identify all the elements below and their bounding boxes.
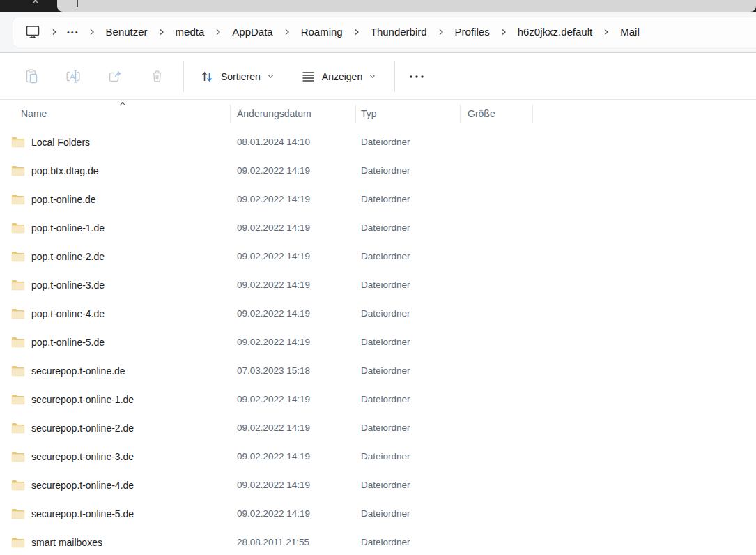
file-row[interactable]: pop.btx.dtag.de 09.02.2022 14:19 Dateior… — [0, 156, 756, 185]
folder-icon — [11, 394, 25, 405]
list-header: Name Änderungsdatum Typ Größe — [0, 100, 756, 128]
column-header-date[interactable]: Änderungsdatum — [230, 100, 355, 128]
share-button[interactable] — [100, 61, 130, 92]
folder-icon — [11, 423, 25, 434]
active-tab[interactable] — [57, 0, 756, 12]
file-date: 09.02.2022 14:19 — [237, 480, 310, 490]
file-list: Local Folders 08.01.2024 14:10 Dateiordn… — [0, 128, 756, 555]
view-button-label: Anzeigen — [322, 71, 362, 82]
file-date: 09.02.2022 14:19 — [237, 423, 310, 433]
column-header-name[interactable]: Name — [0, 100, 230, 128]
file-date: 28.08.2011 21:55 — [237, 537, 309, 547]
file-date: 09.02.2022 14:19 — [237, 165, 310, 176]
breadcrumb-item[interactable]: Thunderbird — [363, 22, 435, 43]
file-name: securepop.t-online-2.de — [31, 423, 134, 434]
file-date: 09.02.2022 14:19 — [237, 194, 310, 204]
breadcrumb-item[interactable]: Benutzer — [98, 22, 155, 43]
breadcrumb-item[interactable]: Mail — [612, 22, 647, 43]
chevron-right-icon — [602, 28, 610, 36]
breadcrumb-item[interactable]: medta — [168, 22, 213, 43]
file-name: smart mailboxes — [31, 537, 102, 548]
chevron-right-icon — [283, 28, 291, 36]
chevron-right-icon — [500, 28, 508, 36]
file-row[interactable]: securepop.t-online-3.de 09.02.2022 14:19… — [0, 442, 756, 471]
file-date: 09.02.2022 14:19 — [237, 280, 310, 290]
file-row[interactable]: securepop.t-online-4.de 09.02.2022 14:19… — [0, 471, 756, 499]
folder-icon — [11, 194, 25, 205]
folder-icon — [11, 280, 25, 291]
paste-button[interactable] — [16, 61, 47, 92]
folder-icon — [11, 222, 25, 234]
file-row[interactable]: securepop.t-online-5.de 09.02.2022 14:19… — [0, 499, 756, 528]
file-type: Dateiordner — [361, 280, 410, 290]
file-row[interactable]: pop.t-online.de 09.02.2022 14:19 Dateior… — [0, 185, 756, 213]
this-pc-button[interactable] — [24, 24, 48, 40]
file-name: Local Folders — [31, 137, 90, 148]
file-type: Dateiordner — [361, 337, 410, 347]
column-header-label: Größe — [468, 108, 495, 119]
folder-icon — [11, 251, 25, 262]
file-name: pop.btx.dtag.de — [31, 165, 99, 176]
folder-icon — [11, 537, 25, 548]
file-name: pop.t-online-4.de — [31, 308, 105, 319]
folder-icon — [11, 480, 25, 491]
folder-icon — [11, 337, 25, 348]
folder-icon — [11, 308, 25, 319]
file-date: 09.02.2022 14:19 — [237, 222, 310, 233]
file-name: pop.t-online-3.de — [31, 280, 105, 291]
column-header-type[interactable]: Typ — [355, 100, 460, 128]
file-date: 09.02.2022 14:19 — [237, 337, 310, 347]
file-type: Dateiordner — [361, 251, 410, 261]
file-type: Dateiordner — [361, 165, 410, 176]
file-name: pop.t-online-2.de — [31, 251, 105, 262]
breadcrumb-item[interactable]: Roaming — [293, 22, 350, 43]
file-row[interactable]: securepop.t-online-1.de 09.02.2022 14:19… — [0, 385, 756, 413]
file-name: securepop.t-online-3.de — [31, 451, 134, 462]
view-button[interactable]: Anzeigen — [293, 61, 385, 92]
more-options-button[interactable] — [402, 61, 431, 92]
chevron-right-icon — [214, 28, 222, 36]
file-row[interactable]: pop.t-online-3.de 09.02.2022 14:19 Datei… — [0, 271, 756, 299]
breadcrumb-item[interactable]: AppData — [224, 22, 280, 43]
file-row[interactable]: pop.t-online-1.de 09.02.2022 14:19 Datei… — [0, 213, 756, 242]
file-row[interactable]: pop.t-online-2.de 09.02.2022 14:19 Datei… — [0, 242, 756, 271]
breadcrumb-item[interactable]: h6z0jkxz.default — [510, 22, 601, 43]
monitor-icon — [24, 24, 41, 40]
file-date: 09.02.2022 14:19 — [237, 394, 310, 404]
file-name: securepop.t-online-5.de — [31, 508, 134, 519]
trash-icon — [149, 68, 165, 84]
sort-button[interactable]: Sortieren — [191, 61, 283, 92]
chevron-right-icon — [353, 28, 361, 36]
column-header-extra — [532, 100, 756, 128]
file-name: pop.t-online-5.de — [31, 337, 105, 348]
file-row[interactable]: Local Folders 08.01.2024 14:10 Dateiordn… — [0, 128, 756, 156]
delete-button[interactable] — [141, 61, 172, 92]
chevron-right-icon — [50, 28, 59, 36]
tab-icon-fragment — [77, 0, 78, 7]
file-row[interactable]: pop.t-online-4.de 09.02.2022 14:19 Datei… — [0, 299, 756, 328]
file-row[interactable]: pop.t-online-5.de 09.02.2022 14:19 Datei… — [0, 328, 756, 356]
file-row[interactable]: smart mailboxes 28.08.2011 21:55 Dateior… — [0, 528, 756, 555]
file-type: Dateiordner — [361, 394, 410, 404]
chevron-right-icon — [88, 28, 96, 36]
file-row[interactable]: securepop.t-online-2.de 09.02.2022 14:19… — [0, 413, 756, 442]
tab-close-icon[interactable]: ✕ — [31, 0, 40, 7]
file-type: Dateiordner — [361, 508, 410, 519]
sort-arrows-icon — [199, 69, 215, 84]
folder-icon — [11, 137, 25, 148]
list-lines-icon — [301, 69, 316, 84]
rename-icon: A — [65, 68, 82, 84]
chevron-right-icon — [437, 28, 445, 36]
file-date: 09.02.2022 14:19 — [237, 308, 310, 319]
file-type: Dateiordner — [361, 451, 410, 462]
column-header-size[interactable]: Größe — [460, 100, 532, 128]
rename-button[interactable]: A — [58, 61, 88, 92]
breadcrumb-item[interactable]: Profiles — [447, 22, 497, 43]
file-date: 07.03.2023 15:18 — [237, 365, 310, 376]
folder-icon — [11, 365, 25, 377]
toolbar-divider — [183, 61, 184, 92]
file-name: securepop.t-online.de — [31, 365, 125, 377]
file-row[interactable]: securepop.t-online.de 07.03.2023 15:18 D… — [0, 356, 756, 385]
breadcrumb-overflow-button[interactable]: ••• — [61, 28, 86, 36]
breadcrumb[interactable]: ••• Benutzer medta AppData Roaming Thund… — [13, 17, 756, 47]
